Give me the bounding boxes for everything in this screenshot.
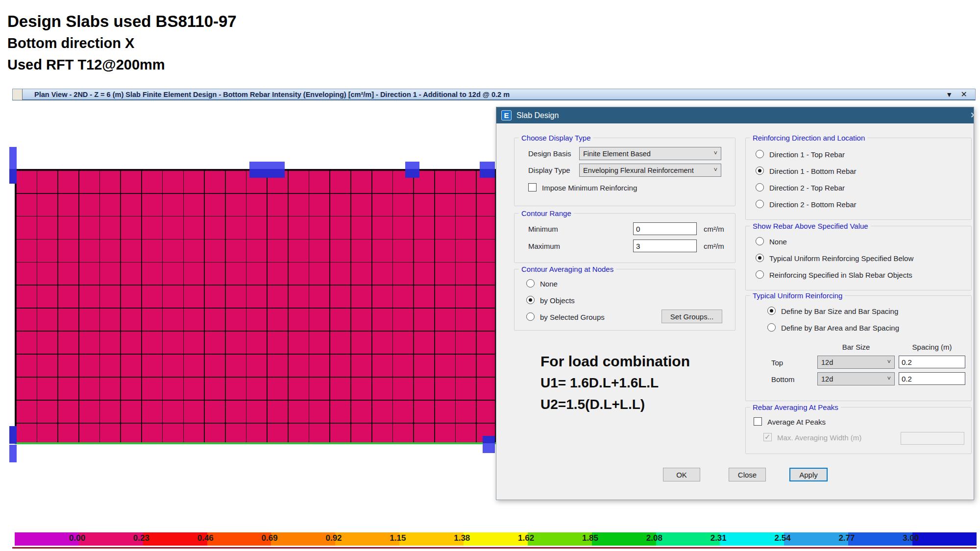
plan-view-titlebar[interactable]: Plan View - 2ND - Z = 6 (m) Slab Finite … xyxy=(12,89,976,100)
support-marker-top-column[interactable] xyxy=(405,162,419,178)
radio-show-specified-label: Reinforcing Specified in Slab Rebar Obje… xyxy=(769,271,912,279)
top-spacing-input[interactable] xyxy=(899,356,965,368)
display-type-select[interactable]: Enveloping Flexural Reinforcement ˅ xyxy=(579,164,721,177)
design-basis-select[interactable]: Finite Element Based ˅ xyxy=(579,147,721,160)
radio-define-area-spacing-label: Define by Bar Area and Bar Spacing xyxy=(781,324,899,332)
set-groups-button[interactable]: Set Groups... xyxy=(662,310,722,323)
radio-dir1-top[interactable] xyxy=(756,150,764,158)
minimum-label: Minimum xyxy=(528,225,558,233)
group-title: Typical Uniform Reinforcing xyxy=(750,291,845,300)
max-averaging-width-checkbox xyxy=(763,433,772,441)
chevron-down-icon: ˅ xyxy=(887,358,891,365)
legend-value-label: 0.23 xyxy=(133,533,149,543)
top-bar-size-value: 12d xyxy=(821,359,833,366)
radio-dir1-bottom-label: Direction 1 - Bottom Rebar xyxy=(769,167,857,175)
radio-averaging-by-groups-label: by Selected Groups xyxy=(540,313,605,321)
support-marker-top-right[interactable] xyxy=(480,162,495,178)
max-averaging-width-input xyxy=(901,432,964,445)
ok-button[interactable]: OK xyxy=(663,468,700,481)
maximum-label: Maximum xyxy=(528,242,560,250)
legend-value-label: 3.00 xyxy=(903,533,919,543)
support-marker-top-wall[interactable] xyxy=(249,162,285,178)
average-at-peaks-label: Average At Peaks xyxy=(767,418,826,426)
legend-value-label: 2.54 xyxy=(775,533,791,543)
legend-value-label: 0.92 xyxy=(325,533,342,543)
headline-annotation: Design Slabs used BS8110-97 Bottom direc… xyxy=(7,11,237,75)
legend-value-label: 2.08 xyxy=(646,533,662,543)
maximum-input[interactable] xyxy=(633,240,697,252)
bottom-bar-size-value: 12d xyxy=(821,375,833,383)
radio-dir2-top[interactable] xyxy=(756,183,764,192)
chevron-down-icon: ˅ xyxy=(713,149,717,157)
support-marker-top-left[interactable] xyxy=(9,147,17,184)
radio-show-typical[interactable] xyxy=(756,254,764,262)
headline-line-1: Design Slabs used BS8110-97 xyxy=(7,11,237,32)
bottom-border-line xyxy=(12,547,977,549)
legend-value-label: 0.46 xyxy=(197,533,214,543)
radio-show-none-label: None xyxy=(769,238,787,246)
group-contour-averaging: Contour Averaging at Nodes None by Objec… xyxy=(514,269,735,331)
headline-line-2: Bottom direction X xyxy=(7,32,237,54)
group-title: Show Rebar Above Specified Value xyxy=(750,222,871,230)
max-averaging-width-label: Max. Averaging Width (m) xyxy=(777,433,861,442)
radio-dir2-bottom[interactable] xyxy=(756,200,764,208)
bottom-bar-size-select[interactable]: 12d ˅ xyxy=(817,372,895,385)
group-rebar-averaging: Rebar Averaging At Peaks Average At Peak… xyxy=(745,407,972,454)
display-type-label: Display Type xyxy=(528,166,570,174)
close-icon[interactable]: ✕ xyxy=(961,90,967,99)
close-button[interactable]: Close xyxy=(729,468,766,481)
radio-averaging-none-label: None xyxy=(540,280,558,288)
radio-define-size-spacing-label: Define by Bar Size and Bar Spacing xyxy=(781,307,898,315)
radio-define-size-spacing[interactable] xyxy=(767,307,776,315)
top-bar-size-select[interactable]: 12d ˅ xyxy=(817,356,895,369)
load-combination-annotation: For load combination U1= 1.6D.L+1.6L.L U… xyxy=(540,350,690,415)
bar-size-header: Bar Size xyxy=(819,343,893,351)
group-choose-display-type: Choose Display Type Design Basis Finite … xyxy=(514,138,735,206)
radio-dir1-bottom[interactable] xyxy=(756,167,764,175)
etabs-logo-icon: E xyxy=(501,110,512,120)
legend-value-label: 2.31 xyxy=(710,533,727,543)
radio-show-none[interactable] xyxy=(756,237,764,245)
dialog-title: Slab Design xyxy=(516,111,559,120)
slab-bottom-edge-line xyxy=(15,442,496,444)
group-title: Contour Averaging at Nodes xyxy=(519,265,616,273)
group-typical-uniform: Typical Uniform Reinforcing Define by Ba… xyxy=(745,295,972,401)
window-tab-notch xyxy=(13,89,23,100)
legend-value-label: 0.69 xyxy=(262,533,278,543)
headline-line-3: Used RFT T12@200mm xyxy=(7,54,237,75)
chevron-down-icon[interactable]: ▼ xyxy=(946,91,953,98)
bottom-spacing-input[interactable] xyxy=(899,372,965,385)
radio-show-specified[interactable] xyxy=(756,270,764,279)
radio-averaging-by-objects[interactable] xyxy=(526,296,535,304)
dialog-titlebar[interactable]: E Slab Design ✕ xyxy=(496,107,974,123)
legend-value-label: 0.00 xyxy=(69,533,85,543)
radio-averaging-by-groups[interactable] xyxy=(526,312,535,321)
maximum-unit-label: cm²/m xyxy=(704,242,724,250)
screenshot-root: Design Slabs used BS8110-97 Bottom direc… xyxy=(0,0,980,551)
minimum-input[interactable] xyxy=(633,222,697,235)
support-marker-bottom-left-upper[interactable] xyxy=(9,426,17,444)
minimum-unit-label: cm²/m xyxy=(704,225,724,233)
radio-averaging-none[interactable] xyxy=(526,279,535,287)
support-marker-bottom-right[interactable] xyxy=(483,436,495,453)
radio-averaging-by-objects-label: by Objects xyxy=(540,296,575,305)
chevron-down-icon: ˅ xyxy=(713,166,717,173)
display-type-value: Enveloping Flexural Reinforcement xyxy=(583,167,694,174)
annotation-line-1: For load combination xyxy=(540,350,690,372)
average-at-peaks-checkbox[interactable] xyxy=(754,417,762,426)
dialog-close-icon[interactable]: ✕ xyxy=(970,110,974,120)
radio-define-area-spacing[interactable] xyxy=(767,323,776,332)
apply-button[interactable]: Apply xyxy=(789,468,828,481)
radio-dir2-bottom-label: Direction 2 - Bottom Rebar xyxy=(769,200,857,209)
radio-show-typical-label: Typical Uniform Reinforcing Specified Be… xyxy=(769,254,913,263)
slab-contour-mesh[interactable] xyxy=(15,169,496,444)
group-title: Choose Display Type xyxy=(519,134,593,142)
impose-minimum-reinforcing-checkbox[interactable] xyxy=(528,183,537,192)
radio-dir1-top-label: Direction 1 - Top Rebar xyxy=(769,150,845,159)
group-show-rebar: Show Rebar Above Specified Value None Ty… xyxy=(745,226,972,290)
legend-segment xyxy=(912,532,977,546)
legend-value-label: 1.62 xyxy=(518,533,534,543)
group-contour-range: Contour Range Minimum cm²/m Maximum cm²/… xyxy=(514,213,735,263)
support-marker-bottom-left-lower[interactable] xyxy=(9,445,17,462)
legend-value-label: 1.38 xyxy=(454,533,470,543)
